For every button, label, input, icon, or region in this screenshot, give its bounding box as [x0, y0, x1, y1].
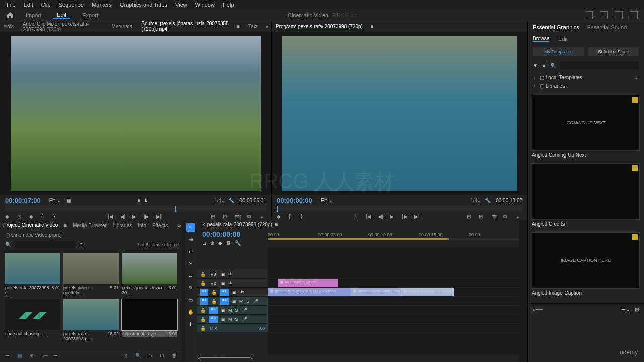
- step-fwd-icon[interactable]: |▶: [144, 214, 151, 221]
- rectangle-tool-icon[interactable]: ▭: [186, 295, 195, 304]
- maximize-icon[interactable]: [630, 11, 638, 19]
- overwrite-icon[interactable]: ◆: [29, 214, 36, 221]
- tab-essential-graphics[interactable]: Essential Graphics: [533, 24, 579, 30]
- menu-markers[interactable]: Markers: [88, 2, 116, 8]
- track-head-a2[interactable]: 🔒A2▣MS🎤: [197, 306, 268, 315]
- pen-tool-icon[interactable]: ✎: [186, 283, 195, 292]
- linked-selection-icon[interactable]: ⊛: [210, 240, 214, 246]
- menu-window[interactable]: Window: [191, 2, 219, 8]
- bin-item[interactable]: pexels-jônatas-luzia-20…5:01: [122, 253, 177, 296]
- favorite-icon[interactable]: ★: [542, 63, 546, 68]
- program-scale[interactable]: 1/4: [470, 198, 477, 203]
- chevron-down-icon[interactable]: ⌄: [329, 198, 333, 203]
- go-to-out-icon[interactable]: ▶|: [414, 214, 421, 221]
- subtab-edit[interactable]: Edit: [558, 36, 567, 42]
- install-icon[interactable]: ⊞: [635, 307, 639, 312]
- ripple-edit-tool-icon[interactable]: ⇄: [186, 247, 195, 256]
- tab-effect-controls[interactable]: trols: [3, 22, 15, 31]
- marker-dropper-icon[interactable]: ⬇: [144, 198, 148, 203]
- zoom-slider[interactable]: ○─: [41, 353, 48, 360]
- home-icon[interactable]: [6, 11, 14, 19]
- clip-video-2[interactable]: ▣ pexels-julien-goettelmann-191: [351, 288, 401, 296]
- menu-view[interactable]: View: [171, 2, 191, 8]
- comparison-icon[interactable]: ⧉: [247, 214, 254, 221]
- mark-out-icon[interactable]: }: [301, 214, 308, 221]
- extract-icon[interactable]: ⊞: [479, 214, 486, 221]
- button-editor-icon[interactable]: ＋: [515, 214, 522, 221]
- sequence-tab[interactable]: pexels-rafa-20073998 (720p): [207, 222, 272, 227]
- close-tab-icon[interactable]: ×: [202, 222, 205, 227]
- tab-libraries[interactable]: Libraries: [113, 223, 132, 228]
- tab-menu-icon[interactable]: ≡: [275, 222, 278, 227]
- source-timecode[interactable]: 00:00:07:00: [5, 197, 41, 204]
- chevron-down-icon[interactable]: ⌄: [477, 198, 481, 203]
- my-templates-button[interactable]: My Templates: [533, 47, 584, 56]
- step-back-icon[interactable]: ◀|: [378, 214, 385, 221]
- program-zoom-fit[interactable]: Fit: [318, 198, 329, 203]
- sort-icon[interactable]: ☰⌄: [621, 307, 630, 312]
- automate-icon[interactable]: ⊡: [123, 353, 130, 360]
- new-bin-icon[interactable]: 🗀: [79, 242, 85, 247]
- track-head-v2[interactable]: 🔒V2▣👁: [197, 279, 268, 288]
- settings-bars-icon[interactable]: ≡: [138, 198, 141, 203]
- track-select-tool-icon[interactable]: ⇥: [186, 235, 195, 244]
- work-area-bar[interactable]: [268, 238, 519, 240]
- clip-video-3[interactable]: ▣ pexels-jônatas-luzia-20075355: [401, 288, 454, 296]
- track-head-a1[interactable]: A1🔒A1▣MS🎤: [197, 297, 268, 306]
- menu-graphics[interactable]: Graphics and Titles: [116, 2, 171, 8]
- tab-menu-icon[interactable]: ≡: [371, 24, 374, 29]
- trash-icon[interactable]: 🗑: [172, 353, 179, 360]
- workspace-import[interactable]: Import: [22, 12, 45, 18]
- insert-icon[interactable]: ⊡: [17, 214, 24, 221]
- program-timecode[interactable]: 00:00:00:00: [277, 197, 312, 204]
- search-icon[interactable]: 🔍: [5, 242, 11, 247]
- mark-in-icon[interactable]: {: [289, 214, 296, 221]
- track-head-v1[interactable]: V1🔒V1▣👁: [197, 288, 268, 297]
- workspace-export[interactable]: Export: [78, 12, 102, 18]
- type-tool-icon[interactable]: T: [186, 319, 195, 328]
- icon-view-icon[interactable]: ▦: [17, 353, 24, 360]
- list-view-icon[interactable]: ☰: [5, 353, 12, 360]
- source-scale[interactable]: 1/4: [214, 198, 221, 203]
- menu-sequence[interactable]: Sequence: [55, 2, 88, 8]
- tab-metadata[interactable]: Metadata: [111, 22, 134, 31]
- add-marker-icon[interactable]: ◆: [5, 214, 12, 221]
- lift-icon[interactable]: ⊟: [467, 214, 474, 221]
- wrench-icon[interactable]: 🔧: [235, 240, 241, 246]
- comparison-icon[interactable]: ⧉: [503, 214, 510, 221]
- new-item-icon[interactable]: 🗋: [159, 353, 167, 360]
- tab-media-browser[interactable]: Media Browser: [73, 223, 107, 228]
- play-icon[interactable]: ▶: [132, 214, 139, 221]
- tab-menu-icon[interactable]: ≡: [64, 223, 67, 228]
- overwrite-clip-icon[interactable]: ⊡: [223, 214, 230, 221]
- mark-in-icon[interactable]: {: [41, 214, 48, 221]
- menu-help[interactable]: Help: [219, 2, 238, 8]
- settings-icon[interactable]: ⚙: [226, 240, 231, 246]
- search-icon[interactable]: 🔍: [550, 63, 556, 68]
- track-head-v3[interactable]: 🔒V3▣👁: [197, 269, 268, 279]
- razor-tool-icon[interactable]: ✂: [186, 259, 195, 268]
- bin-item[interactable]: pexels-rafa-20073998 (…8:01: [5, 253, 60, 296]
- add-icon[interactable]: ＋: [634, 75, 639, 82]
- template-item[interactable]: Angled Credits: [532, 163, 640, 228]
- export-frame-icon[interactable]: 📷: [491, 214, 498, 221]
- tab-menu-icon[interactable]: ≡: [237, 24, 240, 29]
- tab-essential-sound[interactable]: Essential Sound: [587, 24, 627, 30]
- subtab-browse[interactable]: Browse: [533, 36, 549, 42]
- program-scrubber[interactable]: [277, 206, 522, 212]
- clip-adjustment-layer[interactable]: ▣ Adjustment Layer: [278, 279, 338, 287]
- chevron-down-icon[interactable]: ⌄: [221, 198, 225, 203]
- template-item[interactable]: COMING UP NEXT Angled Coming Up Next: [532, 95, 640, 159]
- go-to-in-icon[interactable]: |◀: [108, 214, 115, 221]
- find-icon[interactable]: 🔍: [135, 353, 142, 360]
- bin-item[interactable]: sad-soul-chasing-…: [5, 299, 60, 342]
- button-editor-icon[interactable]: ＋: [259, 214, 266, 221]
- bin-item[interactable]: pexels-rafa-20073998 (…18:02: [63, 299, 119, 342]
- sort-icon[interactable]: ☰: [53, 353, 60, 360]
- freeform-view-icon[interactable]: ⊞: [29, 353, 36, 360]
- tab-audio-mixer[interactable]: Audio Clip Mixer: pexels-rafa-20073998 (…: [22, 20, 104, 34]
- go-to-in-icon[interactable]: |◀: [366, 214, 373, 221]
- bin-item[interactable]: pexels-julien-goettelm…5:01: [63, 253, 119, 296]
- filter-icon[interactable]: ▼: [533, 63, 538, 68]
- selection-tool-icon[interactable]: ↖: [186, 223, 195, 232]
